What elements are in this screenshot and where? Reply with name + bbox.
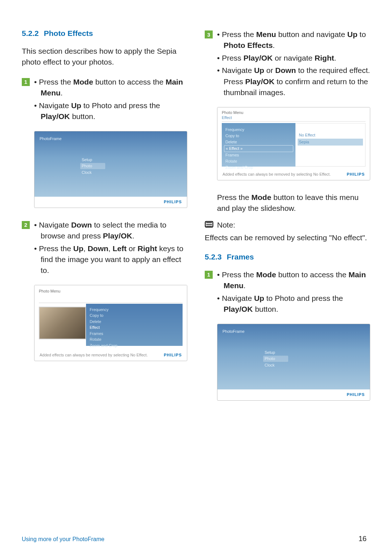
step-1a: Press the Mode button to access the Main… <box>34 77 187 99</box>
step-1b: Navigate Up to Photo and press the Play/… <box>34 100 187 122</box>
brand-logo: PHILIPS <box>347 392 365 397</box>
step-2b: Press the Up, Down, Left or Right keys t… <box>34 243 187 276</box>
menu-item-setup: Setup <box>82 157 92 163</box>
right-column: 3 Press the Menu button and navigate Up … <box>205 29 370 412</box>
menu-item-clock: Clock <box>82 169 92 176</box>
photo-thumbnail <box>39 307 86 339</box>
screen-footnote: Added effects can always be removed by s… <box>222 172 331 176</box>
section-number: 5.2.3 <box>205 253 222 261</box>
step-3: 3 Press the Menu button and navigate Up … <box>205 29 370 100</box>
eff-right-list: No Effect Sepia <box>295 123 366 167</box>
step-3b: Press Play/OK or navigate Right. <box>217 53 370 64</box>
brand-logo: PHILIPS <box>347 172 365 176</box>
main-menu-list: Setup Photo Clock <box>82 157 92 176</box>
note-icon <box>205 220 213 230</box>
step-3a: Press the Menu button and navigate Up to… <box>217 29 370 51</box>
menu-item-photo: Photo <box>263 356 288 362</box>
frames-1a: Press the Mode button to access the Main… <box>217 269 370 291</box>
step-badge-2: 2 <box>22 221 30 229</box>
pm-header: Photo Menu <box>39 289 183 303</box>
note-text: Effects can be removed by selecting "No … <box>205 232 370 243</box>
note-row: Note: <box>205 220 370 230</box>
frames-1b: Navigate Up to Photo and press the Play/… <box>217 293 370 315</box>
screen-title: PhotoFrame <box>222 329 245 334</box>
left-column: 5.2.2 Photo Effects This section describ… <box>22 29 187 412</box>
intro-522: This section describes how to apply the … <box>22 46 187 68</box>
footer-breadcrumb: Using more of your PhotoFrame <box>22 536 105 543</box>
menu-item-clock: Clock <box>265 362 275 368</box>
heading-522: 5.2.2 Photo Effects <box>22 29 187 38</box>
brand-logo: PHILIPS <box>164 353 182 357</box>
screenshot-main-menu: PhotoFrame Setup Photo Clock PHILIPS <box>34 131 187 208</box>
main-menu-list: Setup Photo Clock <box>265 349 275 368</box>
section-title: Frames <box>227 253 254 261</box>
step-3c: Navigate Up or Down to the required effe… <box>217 65 370 98</box>
pm-list: Frequency Copy to Delete Effect Frames R… <box>86 304 183 346</box>
screenshot-effect-menu: Photo Menu Effect Frequency Copy to Dele… <box>217 107 370 180</box>
note-label: Note: <box>217 221 235 229</box>
step-1: 1 Press the Mode button to access the Ma… <box>22 77 187 124</box>
after-screen-3: Press the Mode button to leave this menu… <box>205 192 370 214</box>
screen-footnote: Added effects can always be removed by s… <box>40 353 148 357</box>
menu-item-photo: Photo <box>80 163 105 169</box>
eff-h1: Photo Menu <box>222 110 366 115</box>
section-number: 5.2.2 <box>22 29 39 38</box>
screen-title: PhotoFrame <box>40 136 62 141</box>
heading-523: 5.2.3 Frames <box>205 253 370 261</box>
menu-item-setup: Setup <box>265 349 275 356</box>
brand-logo: PHILIPS <box>164 200 182 204</box>
step-badge-1: 1 <box>205 271 213 279</box>
eff-h2: Effect <box>222 115 366 122</box>
step-2a: Navigate Down to select the media to bro… <box>34 220 187 242</box>
step-badge-1: 1 <box>22 78 30 86</box>
eff-left-list: Frequency Copy to Delete « Effect » Fram… <box>222 123 295 167</box>
step-badge-3: 3 <box>205 30 213 38</box>
page-footer: Using more of your PhotoFrame 16 <box>22 535 367 543</box>
step-2: 2 Navigate Down to select the media to b… <box>22 220 187 278</box>
page-number: 16 <box>359 535 367 543</box>
screenshot-main-menu-2: PhotoFrame Setup Photo Clock PHILIPS <box>217 324 370 401</box>
section-title: Photo Effects <box>44 29 93 38</box>
screenshot-photo-menu: Photo Menu Frequency Copy to Delete Effe… <box>34 285 187 361</box>
frames-step-1: 1 Press the Mode button to access the Ma… <box>205 269 370 316</box>
